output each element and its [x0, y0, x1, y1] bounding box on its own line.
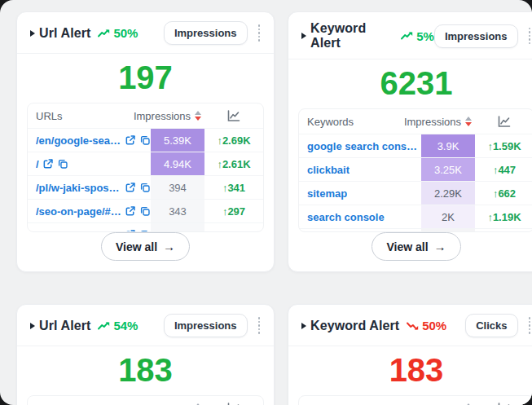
- kebab-menu-icon[interactable]: [526, 315, 532, 337]
- trend-value: 54%: [113, 319, 138, 332]
- external-link-icon[interactable]: [125, 205, 136, 217]
- value-column-header: Impressions: [149, 396, 204, 405]
- value-header-label: Impressions: [134, 403, 191, 405]
- table-row: /seo-on-page/#Facto... 343 ↑297: [28, 199, 263, 222]
- external-link-icon[interactable]: [42, 158, 54, 169]
- value-cell: 4.94K: [151, 152, 204, 175]
- copy-icon[interactable]: [57, 158, 68, 169]
- keyword-link[interactable]: google search console: [307, 140, 421, 152]
- keyword-link[interactable]: clickbait: [307, 164, 350, 176]
- keyword-link[interactable]: search console: [307, 211, 385, 223]
- alert-table: Keywords Clicks: [298, 395, 532, 405]
- external-link-icon[interactable]: [125, 134, 136, 146]
- trend-up-icon: [98, 29, 111, 38]
- trend-down-icon: [407, 321, 420, 331]
- url-link[interactable]: /seo-on-page/#Facto...: [36, 205, 121, 218]
- card-keyword-alert-2: Keyword Alert 50% Clicks 183 Keywords Cl…: [288, 304, 532, 405]
- change-value: ↑1.59K: [475, 134, 532, 157]
- sort-icon[interactable]: [464, 402, 473, 405]
- change-value: ↑2.69K: [204, 129, 263, 152]
- trend-up-icon: [401, 31, 414, 41]
- url-link[interactable]: /pl/w-jaki-sposob-nal...: [36, 182, 121, 194]
- copy-icon[interactable]: [139, 134, 151, 146]
- copy-icon[interactable]: [139, 205, 151, 217]
- view-all-label: View all: [116, 240, 157, 253]
- keyword-link[interactable]: sitemap: [307, 187, 347, 200]
- chart-column-header: [204, 396, 263, 405]
- kebab-menu-icon[interactable]: [526, 25, 532, 47]
- line-chart-icon[interactable]: [227, 110, 240, 121]
- kebab-menu-icon[interactable]: [256, 22, 263, 44]
- sort-icon[interactable]: [464, 115, 473, 128]
- expand-caret-icon[interactable]: [301, 323, 306, 329]
- value-header-label: Impressions: [134, 110, 191, 122]
- url-link[interactable]: /: [36, 158, 39, 170]
- view-all-label: View all: [386, 240, 428, 253]
- value-cell: 2.29K: [421, 182, 475, 205]
- table-row: /en/google-search-c... 5.39K ↑2.69K: [28, 128, 263, 152]
- table-row: sitemap 2.29K ↑662: [299, 181, 532, 205]
- value-column-header: Clicks: [420, 396, 475, 405]
- view-all-button[interactable]: View all →: [101, 232, 190, 261]
- view-all-wrap: View all →: [17, 232, 274, 271]
- key-column-header: URLs: [28, 103, 149, 128]
- metric-select-button[interactable]: Impressions: [164, 314, 248, 337]
- trend-up-icon: [98, 321, 111, 331]
- url-link[interactable]: /en/google-search-c...: [36, 134, 121, 147]
- card-url-alert-1: Url Alert 50% Impressions 197 URLs Impre…: [16, 11, 275, 272]
- external-link-icon[interactable]: [125, 182, 136, 193]
- big-number: 6231: [288, 59, 532, 108]
- table-header-row: Keywords Clicks: [299, 396, 532, 405]
- change-value: ↑662: [475, 182, 532, 205]
- value-cell: 5.39K: [151, 129, 204, 152]
- kebab-menu-icon[interactable]: [256, 315, 263, 337]
- alerts-dashboard: Url Alert 50% Impressions 197 URLs Impre…: [0, 0, 532, 405]
- expand-caret-icon[interactable]: [301, 33, 306, 39]
- value-cell: 3.25K: [421, 158, 475, 181]
- arrow-right-icon: →: [434, 240, 446, 253]
- change-value: ↑2.61K: [204, 152, 263, 175]
- value-cell: 3.9K: [421, 134, 475, 157]
- change-value: ↑299: [204, 223, 263, 232]
- card-url-alert-2: Url Alert 54% Impressions 183 URLs Impre…: [16, 304, 275, 405]
- big-number: 183: [288, 346, 532, 395]
- alert-table: Keywords Impressions google search conso…: [298, 108, 532, 232]
- table-header-row: Keywords Impressions: [299, 109, 532, 134]
- table-header-row: URLs Impressions: [28, 396, 263, 405]
- expand-caret-icon[interactable]: [30, 30, 35, 37]
- trend-indicator: 54%: [98, 319, 138, 332]
- card-keyword-alert-1: Keyword Alert 5% Impressions 6231 Keywor…: [288, 11, 532, 272]
- view-all-button[interactable]: View all →: [372, 232, 460, 261]
- table-row: /pl/w-jaki-sposob-nal... 394 ↑341: [28, 175, 263, 199]
- change-value: ↑447: [475, 158, 532, 181]
- card-header: Url Alert 54% Impressions: [17, 305, 274, 346]
- value-header-label: Impressions: [404, 116, 461, 128]
- card-header: Keyword Alert 5% Impressions: [288, 12, 532, 59]
- key-column-header: Keywords: [299, 109, 420, 134]
- table-row: /seo-on-page/#%C2... 341 ↑299: [28, 222, 263, 232]
- metric-select-button[interactable]: Impressions: [434, 24, 518, 48]
- value-column-header: Impressions: [149, 103, 204, 128]
- card-header: Keyword Alert 50% Clicks: [288, 305, 532, 346]
- copy-icon[interactable]: [139, 182, 151, 193]
- card-title: Url Alert: [39, 26, 90, 41]
- expand-caret-icon[interactable]: [30, 323, 35, 329]
- metric-select-button[interactable]: Clicks: [465, 314, 517, 337]
- metric-select-button[interactable]: Impressions: [164, 21, 248, 45]
- trend-value: 5%: [416, 29, 434, 43]
- chart-column-header: [475, 396, 532, 405]
- change-value: ↑341: [204, 176, 263, 199]
- table-row: / 4.94K ↑2.61K: [28, 152, 263, 175]
- line-chart-icon[interactable]: [498, 116, 511, 127]
- trend-indicator: 5%: [401, 29, 434, 43]
- sort-icon[interactable]: [193, 402, 203, 405]
- change-value: ↑1.19K: [475, 205, 532, 228]
- chart-column-header: [204, 103, 263, 128]
- sort-icon[interactable]: [193, 109, 203, 122]
- alert-table: URLs Impressions /en/google-search-c...: [27, 103, 264, 232]
- value-cell: 343: [151, 200, 204, 222]
- trend-value: 50%: [113, 26, 138, 40]
- card-title: Keyword Alert: [310, 319, 399, 333]
- cards-grid: Url Alert 50% Impressions 197 URLs Impre…: [0, 0, 532, 405]
- value-column-header: Impressions: [420, 109, 475, 134]
